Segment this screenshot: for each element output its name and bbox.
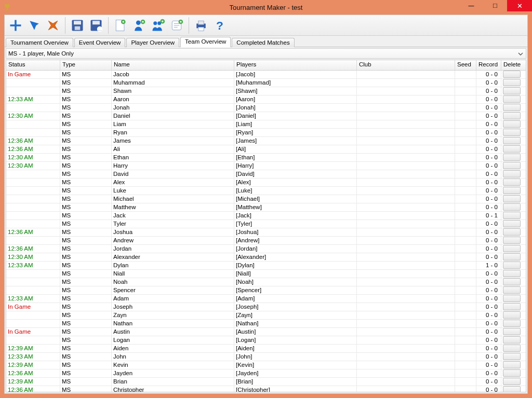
table-row[interactable]: MSShawn[Shawn]0 - 0 (6, 87, 526, 95)
table-row[interactable]: 12:30 AMMSEthan[Ethan]0 - 0 (6, 154, 526, 162)
grid-scroll[interactable]: In GameMSJacob[Jacob]0 - 0MSMuhammad[Muh… (6, 71, 526, 392)
table-row[interactable]: MSJonah[Jonah]0 - 0 (6, 104, 526, 112)
delete-row-button[interactable] (503, 220, 521, 227)
close-button[interactable]: ✕ (507, 0, 532, 11)
table-row[interactable]: MSMichael[Michael]0 - 0 (6, 195, 526, 203)
edit-button[interactable] (25, 17, 43, 34)
column-header-type[interactable]: Type (60, 60, 112, 70)
table-row[interactable]: 12:36 AMMSJordan[Jordan]0 - 0 (6, 245, 526, 253)
delete-row-button[interactable] (503, 112, 521, 119)
table-row[interactable]: MSRyan[Ryan]0 - 0 (6, 129, 526, 137)
table-row[interactable]: 12:36 AMMSChristopher[Christopher]0 - 0 (6, 386, 526, 392)
delete-row-button[interactable] (503, 195, 521, 202)
delete-row-button[interactable] (503, 170, 521, 177)
table-row[interactable]: 12:36 AMMSJayden[Jayden]0 - 0 (6, 369, 526, 378)
delete-row-button[interactable] (503, 253, 521, 260)
tab-team-overview[interactable]: Team Overview (180, 37, 231, 47)
table-row[interactable]: MSNoah[Noah]0 - 0 (6, 278, 526, 286)
table-row[interactable]: 12:33 AMMSAdam[Adam]0 - 0 (6, 295, 526, 303)
delete-button[interactable] (44, 17, 62, 34)
table-row[interactable]: MSJack[Jack]0 - 1 (6, 212, 526, 220)
add-button[interactable] (7, 17, 24, 34)
table-row[interactable]: MSSpencer[Spencer]0 - 0 (6, 286, 526, 295)
delete-row-button[interactable] (503, 245, 521, 252)
table-row[interactable]: MSLiam[Liam]0 - 0 (6, 120, 526, 129)
delete-row-button[interactable] (503, 303, 521, 310)
event-dropdown[interactable]: MS - 1 player, Male Only (6, 48, 526, 59)
table-row[interactable]: MSAndrew[Andrew]0 - 0 (6, 237, 526, 245)
table-row[interactable]: 12:33 AMMSDylan[Dylan]1 - 0 (6, 262, 526, 270)
save-as-button[interactable]: … (87, 17, 105, 34)
delete-row-button[interactable] (503, 353, 521, 360)
delete-row-button[interactable] (503, 129, 521, 136)
delete-row-button[interactable] (503, 295, 521, 302)
delete-row-button[interactable] (503, 328, 521, 335)
table-row[interactable]: 12:30 AMMSDaniel[Daniel]0 - 0 (6, 112, 526, 120)
delete-row-button[interactable] (503, 320, 521, 327)
delete-row-button[interactable] (503, 120, 521, 128)
delete-row-button[interactable] (503, 179, 521, 186)
delete-row-button[interactable] (503, 286, 521, 294)
table-row[interactable]: 12:36 AMMSAli[Ali]0 - 0 (6, 145, 526, 154)
maximize-button[interactable]: ☐ (483, 0, 507, 11)
column-header-status[interactable]: Status (6, 60, 60, 70)
minimize-button[interactable]: — (459, 0, 483, 11)
delete-row-button[interactable] (503, 137, 521, 144)
column-header-name[interactable]: Name (112, 60, 234, 70)
delete-row-button[interactable] (503, 311, 521, 319)
delete-row-button[interactable] (503, 95, 521, 103)
table-row[interactable]: 12:39 AMMSAiden[Aiden]0 - 0 (6, 345, 526, 353)
table-row[interactable]: 12:30 AMMSAlexander[Alexander]0 - 0 (6, 253, 526, 262)
table-row[interactable]: 12:36 AMMSJames[James]0 - 0 (6, 137, 526, 145)
column-header-club[interactable]: Club (357, 60, 455, 70)
delete-row-button[interactable] (503, 378, 521, 385)
delete-row-button[interactable] (503, 228, 521, 236)
table-row[interactable]: In GameMSAustin[Austin]0 - 0 (6, 328, 526, 336)
table-row[interactable]: MSNathan[Nathan]0 - 0 (6, 320, 526, 328)
delete-row-button[interactable] (503, 361, 521, 368)
table-row[interactable]: MSMuhammad[Muhammad]0 - 0 (6, 79, 526, 87)
tab-tournament-overview[interactable]: Tournament Overview (6, 38, 73, 47)
tab-event-overview[interactable]: Event Overview (74, 38, 126, 47)
delete-row-button[interactable] (503, 262, 521, 269)
delete-row-button[interactable] (503, 79, 521, 86)
table-row[interactable]: 12:30 AMMSHarry[Harry]0 - 0 (6, 162, 526, 170)
table-row[interactable]: MSLogan[Logan]0 - 0 (6, 336, 526, 345)
delete-row-button[interactable] (503, 212, 521, 219)
table-row[interactable]: MSTyler[Tyler]0 - 0 (6, 220, 526, 228)
table-row[interactable]: 12:33 AMMSJohn[John]0 - 0 (6, 353, 526, 361)
table-row[interactable]: MSLuke[Luke]0 - 0 (6, 187, 526, 195)
tab-player-overview[interactable]: Player Overview (126, 38, 179, 47)
delete-row-button[interactable] (503, 278, 521, 285)
table-row[interactable]: MSDavid[David]0 - 0 (6, 170, 526, 179)
table-row[interactable]: 12:33 AMMSAaron[Aaron]0 - 0 (6, 95, 526, 104)
column-header-delete[interactable]: Delete (501, 60, 522, 70)
table-row[interactable]: 12:39 AMMSBrian[Brian]0 - 0 (6, 378, 526, 386)
table-row[interactable]: MSZayn[Zayn]0 - 0 (6, 311, 526, 320)
delete-row-button[interactable] (503, 237, 521, 244)
column-header-record[interactable]: Record (476, 60, 501, 70)
column-header-seed[interactable]: Seed (455, 60, 476, 70)
delete-row-button[interactable] (503, 187, 521, 194)
delete-row-button[interactable] (503, 162, 521, 169)
table-row[interactable]: 12:36 AMMSJoshua[Joshua]0 - 0 (6, 228, 526, 237)
delete-row-button[interactable] (503, 270, 521, 277)
new-document-button[interactable] (112, 17, 129, 34)
delete-row-button[interactable] (503, 87, 521, 94)
table-row[interactable]: MSNiall[Niall]0 - 0 (6, 270, 526, 278)
add-player-button[interactable] (130, 17, 148, 34)
table-row[interactable]: MSAlex[Alex]0 - 0 (6, 179, 526, 187)
delete-row-button[interactable] (503, 386, 521, 392)
table-row[interactable]: MSMatthew[Matthew]0 - 0 (6, 203, 526, 212)
table-row[interactable]: In GameMSJoseph[Joseph]0 - 0 (6, 303, 526, 311)
delete-row-button[interactable] (503, 104, 521, 111)
delete-row-button[interactable] (503, 145, 521, 153)
save-button[interactable] (69, 17, 86, 34)
help-button[interactable]: ? (211, 17, 229, 34)
delete-row-button[interactable] (503, 154, 521, 161)
delete-row-button[interactable] (503, 203, 521, 211)
delete-row-button[interactable] (503, 345, 521, 352)
tab-completed-matches[interactable]: Completed Matches (232, 38, 294, 47)
add-team-button[interactable] (149, 17, 167, 34)
delete-row-button[interactable] (503, 336, 521, 344)
